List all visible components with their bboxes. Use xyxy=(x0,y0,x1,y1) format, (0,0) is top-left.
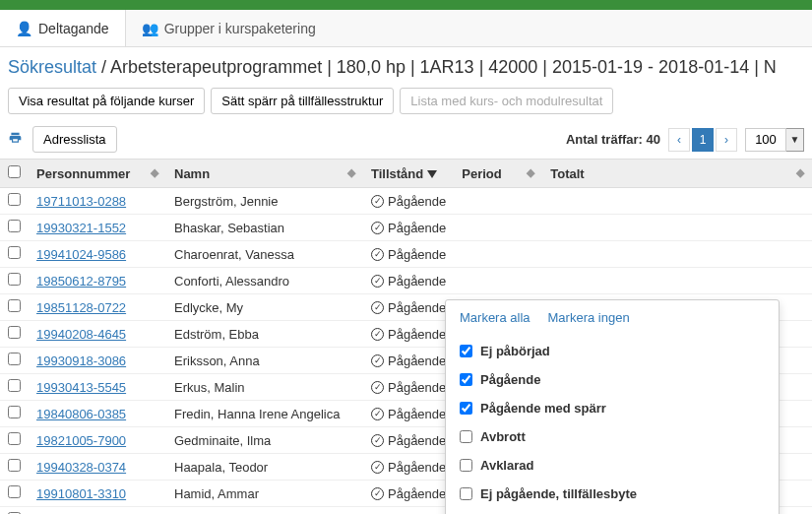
status-ongoing-icon: ✓ xyxy=(371,328,384,341)
sort-icon: ◆ xyxy=(151,166,158,179)
row-status: ✓Pågående xyxy=(371,300,446,315)
filter-option-label: Avbrott xyxy=(480,429,526,444)
select-all-checkbox[interactable] xyxy=(8,165,21,178)
filter-option[interactable]: Ej pågående, tillfällesbyte xyxy=(460,480,765,508)
row-checkbox[interactable] xyxy=(8,353,21,365)
filter-checkbox[interactable] xyxy=(460,402,472,415)
print-icon[interactable] xyxy=(8,131,23,148)
user-icon: 👤 xyxy=(16,21,32,36)
status-ongoing-icon: ✓ xyxy=(371,408,384,420)
filter-checkbox[interactable] xyxy=(460,459,472,472)
row-checkbox[interactable] xyxy=(8,246,21,259)
list-results-button[interactable]: Lista med kurs- och modulresultat xyxy=(400,88,613,114)
hits-label: Antal träffar: 40 xyxy=(566,132,660,147)
col-name[interactable]: Namn◆ xyxy=(166,160,363,188)
row-checkbox[interactable] xyxy=(8,220,21,232)
row-name: Bergström, Jennie xyxy=(174,194,279,209)
status-ongoing-icon: ✓ xyxy=(371,487,384,500)
filter-icon[interactable] xyxy=(427,170,437,178)
filter-checkbox[interactable] xyxy=(460,487,472,500)
row-checkbox[interactable] xyxy=(8,406,21,418)
sort-icon: ◆ xyxy=(796,166,804,179)
pager-next[interactable]: › xyxy=(716,128,737,152)
set-block-button[interactable]: Sätt spärr på tillfällesstruktur xyxy=(211,88,394,114)
filter-option-label: Ej påbörjad xyxy=(480,344,550,358)
filter-option[interactable]: Ej pågående, uppehåll xyxy=(460,508,765,514)
breadcrumb-link[interactable]: Sökresultat xyxy=(8,57,96,77)
show-courses-button[interactable]: Visa resultat på följande kurser xyxy=(8,88,205,114)
sort-icon: ◆ xyxy=(527,166,534,179)
tab-participation[interactable]: 👤 Deltagande xyxy=(0,10,126,46)
row-name: Edlycke, My xyxy=(174,300,243,315)
col-total[interactable]: Totalt◆ xyxy=(542,160,812,188)
col-status[interactable]: Tillstånd xyxy=(363,160,454,188)
filter-checkbox[interactable] xyxy=(460,430,472,443)
status-ongoing-icon: ✓ xyxy=(371,434,384,447)
pnr-link[interactable]: 19940208-4645 xyxy=(36,327,126,342)
tab-label: Deltagande xyxy=(38,21,109,36)
filter-option[interactable]: Pågående med spärr xyxy=(460,394,765,422)
filter-option-label: Ej pågående, tillfällesbyte xyxy=(480,486,637,501)
row-name: Haapala, Teodor xyxy=(174,460,268,475)
pagesize-input[interactable] xyxy=(745,128,786,152)
row-status: ✓Pågående xyxy=(371,327,446,342)
table-row: 19930321-1552Bhaskar, Sebastian✓Pågående xyxy=(0,215,812,241)
filter-checkbox[interactable] xyxy=(460,373,472,386)
col-pnr[interactable]: Personnummer◆ xyxy=(29,160,166,188)
filter-option[interactable]: Pågående xyxy=(460,365,765,394)
pnr-link[interactable]: 19940328-0374 xyxy=(36,460,126,475)
row-checkbox[interactable] xyxy=(8,326,21,339)
row-status: ✓Pågående xyxy=(371,433,446,448)
row-name: Hamid, Ammar xyxy=(174,486,259,501)
row-status: ✓Pågående xyxy=(371,221,446,235)
row-status: ✓Pågående xyxy=(371,407,446,421)
col-select-all xyxy=(0,160,29,188)
pnr-link[interactable]: 19711013-0288 xyxy=(36,194,126,209)
row-checkbox[interactable] xyxy=(8,273,21,286)
filter-option-label: Avklarad xyxy=(480,458,533,473)
row-name: Edström, Ebba xyxy=(174,327,259,342)
pnr-link[interactable]: 19850612-8795 xyxy=(36,274,126,289)
pnr-link[interactable]: 19930413-5545 xyxy=(36,380,126,395)
sort-icon: ◆ xyxy=(347,166,355,179)
row-checkbox[interactable] xyxy=(8,299,21,312)
row-checkbox[interactable] xyxy=(8,379,21,392)
col-period[interactable]: Period◆ xyxy=(454,160,542,188)
breadcrumb-sep: / xyxy=(96,57,110,77)
row-checkbox[interactable] xyxy=(8,193,21,206)
row-checkbox[interactable] xyxy=(8,459,21,472)
row-checkbox[interactable] xyxy=(8,485,21,498)
row-name: Erkus, Malin xyxy=(174,380,245,395)
pnr-link[interactable]: 19930918-3086 xyxy=(36,353,126,368)
users-icon: 👥 xyxy=(142,21,158,36)
select-none-link[interactable]: Markera ingen xyxy=(548,310,630,325)
row-status: ✓Pågående xyxy=(371,353,446,368)
filter-option[interactable]: Avklarad xyxy=(460,451,765,480)
filter-checkbox[interactable] xyxy=(460,345,472,357)
tab-label: Grupper i kurspaketering xyxy=(164,21,316,36)
row-name: Fredin, Hanna Irene Angelica xyxy=(174,407,340,421)
pnr-link[interactable]: 19851128-0722 xyxy=(36,300,126,315)
row-status: ✓Pågående xyxy=(371,460,446,475)
address-list-button[interactable]: Adresslista xyxy=(32,126,117,153)
tab-groups[interactable]: 👥 Grupper i kurspaketering xyxy=(126,10,332,46)
filter-option[interactable]: Avbrott xyxy=(460,422,765,451)
pager-page[interactable]: 1 xyxy=(692,128,714,152)
status-ongoing-icon: ✓ xyxy=(371,275,384,288)
pager-prev[interactable]: ‹ xyxy=(668,128,690,152)
select-all-link[interactable]: Markera alla xyxy=(460,310,531,325)
pnr-link[interactable]: 19821005-7900 xyxy=(36,433,126,448)
row-name: Eriksson, Anna xyxy=(174,353,260,368)
row-name: Charoenrat, Vanessa xyxy=(174,247,294,262)
breadcrumb-rest: Arbetsterapeutprogrammet | 180,0 hp | 1A… xyxy=(110,57,777,77)
pnr-link[interactable]: 19930321-1552 xyxy=(36,221,126,235)
filter-option[interactable]: Ej påbörjad xyxy=(460,337,765,365)
pnr-link[interactable]: 19840806-0385 xyxy=(36,407,126,421)
pagesize-dropdown[interactable]: ▼ xyxy=(786,128,804,152)
table-row: 19941024-9586Charoenrat, Vanessa✓Pågåend… xyxy=(0,241,812,268)
row-checkbox[interactable] xyxy=(8,432,21,445)
pnr-link[interactable]: 19910801-3310 xyxy=(36,486,126,501)
pagesize: ▼ xyxy=(745,128,804,152)
status-ongoing-icon: ✓ xyxy=(371,222,384,234)
pnr-link[interactable]: 19941024-9586 xyxy=(36,247,126,262)
